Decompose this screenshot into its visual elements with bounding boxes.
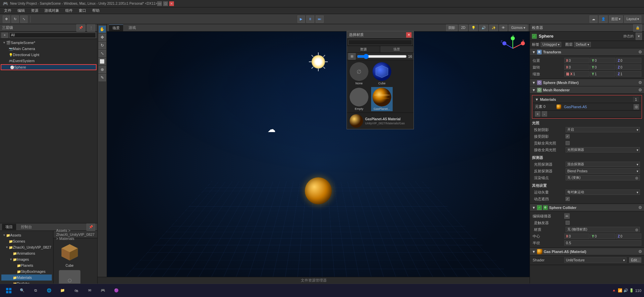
menu-gameobject[interactable]: 游戏对象 [42,7,62,14]
meshfilter-gear[interactable]: ⚙ [638,80,642,85]
taskbar-mail[interactable]: ✉ [83,285,96,297]
tool-hand[interactable]: ✋ [99,26,106,33]
tool-custom[interactable]: ✎ [99,74,106,81]
menu-window[interactable]: 窗口 [76,7,89,14]
center-x-field[interactable]: X0 [564,234,589,239]
tag-dropdown[interactable]: Untagged ▾ [541,42,561,47]
toolbar-scale[interactable]: ⤡ [20,15,28,23]
scene-light[interactable]: 💡 [469,25,478,31]
window-controls[interactable]: — □ ✕ [157,1,174,6]
reflection-probe-val[interactable]: Blend Probes ▾ [566,168,640,174]
pos-z-field[interactable]: Z0 [616,58,641,63]
maximize-button[interactable]: □ [163,1,168,6]
menu-file[interactable]: 文件 [1,7,14,14]
layout-dropdown[interactable]: Layout ▾ [624,15,641,23]
play-button[interactable]: ▶ [297,15,305,23]
tree-scenes[interactable]: 📁 Scenes [1,238,52,244]
static-dropdown[interactable]: ▾ [636,33,642,40]
tool-scale[interactable]: ⤡ [99,50,106,57]
taskbar-taskview[interactable]: ⧉ [30,285,42,297]
modal-sort[interactable]: ⊞ [348,53,356,60]
modal-item-empty[interactable]: Empty [348,87,370,111]
tab-game[interactable]: 游戏 [125,25,139,31]
layer-dropdown[interactable]: Default ▾ [574,42,591,47]
scale-z-field[interactable]: Z1 [616,71,641,77]
collider-edit-btn[interactable]: ✏ [564,213,570,219]
hierarchy-add[interactable]: + [1,33,8,38]
inspector-lock[interactable]: 🔒 [633,24,642,32]
anchor-val[interactable]: 无 (变换) ◎ [566,175,640,180]
dynamic-check[interactable]: ✓ [566,197,570,201]
menu-help[interactable]: 帮助 [90,7,102,14]
trigger-check[interactable] [566,221,570,225]
material-target-btn[interactable]: ◎ [634,104,639,110]
transform-gear[interactable]: ⚙ [638,50,642,54]
shader-val[interactable]: Unlit/Texture ▾ [564,257,627,263]
meshrenderer-header[interactable]: ▼ ⬡ Mesh Renderer ⚙ [530,86,644,94]
transform-header[interactable]: ▼ ⊞ Transform ⚙ [530,48,644,56]
minimize-button[interactable]: — [157,1,162,6]
rot-z-field[interactable]: Z0 [616,65,641,70]
scene-2d[interactable]: 2D [459,25,468,31]
tree-skybox[interactable]: 📁 SkyBoxImages [1,268,52,274]
pos-y-field[interactable]: Y0 [590,58,615,63]
radius-value[interactable]: 0.5 [564,240,641,246]
obj-active-checkbox[interactable]: ✓ [532,34,537,39]
modal-item-cube[interactable]: Cube [371,61,393,86]
cast-shadows-val[interactable]: 开启 ▾ [566,127,640,132]
receive-shadows-check[interactable]: ✓ [566,134,570,138]
gas-material-header[interactable]: ▼ Gas Planet-A5 (Material) ⚙ [530,248,644,255]
physics-mat-val[interactable]: 无 (物理材质) ◎ [566,227,640,232]
tab-project[interactable]: 项目 [2,224,16,230]
taskbar-start[interactable] [3,285,15,297]
modal-tab-assets[interactable]: 资源 [347,46,380,52]
scene-audio[interactable]: 🔊 [479,25,488,31]
taskbar-search[interactable]: 🔍 [16,285,28,297]
scene-hidden[interactable]: 👁 [499,25,507,31]
menu-component[interactable]: 组件 [63,7,75,14]
layers-dropdown[interactable]: 图层 ▾ [609,15,623,23]
taskbar-unity[interactable]: 🎮 [97,285,109,297]
taskbar-visual[interactable]: 🟣 [110,285,122,297]
tool-rect[interactable]: ⬜ [99,58,106,65]
rot-y-field[interactable]: Y0 [590,65,615,70]
mat-add-btn[interactable]: + [535,111,540,117]
hierarchy-pin[interactable]: 📌 [76,24,85,32]
toolbar-rotate[interactable]: ↻ [11,15,19,23]
scene-shading[interactable]: 阴影 [446,25,458,31]
meshfilter-header[interactable]: ▼ ⬡ Sphere (Mesh Filter) ⚙ [530,79,644,86]
modal-item-none[interactable]: ∅ None [348,61,370,86]
tree-materials[interactable]: 📁 Materials [1,274,52,281]
modal-tab-scene[interactable]: 场景 [380,46,414,52]
taskbar-explorer[interactable]: 📁 [57,285,69,297]
hierarchy-search[interactable] [9,33,96,38]
hier-dirlight[interactable]: 💡 Directional Light [0,52,97,58]
tree-animations[interactable]: 📁 Animations [1,250,52,256]
scale-x-field[interactable]: ⛓ X1 [564,71,589,77]
modal-search-input[interactable] [348,40,412,45]
receive-gi-val[interactable]: 光照探测器 ▾ [566,147,640,153]
tree-assets[interactable]: ▼ 📁 Assets [1,232,52,238]
modal-close-button[interactable]: ✕ [406,32,412,38]
contribute-gi-check[interactable] [566,141,570,145]
shader-edit-btn[interactable]: Edit... [629,257,641,263]
scale-y-field[interactable]: Y1 [590,71,615,77]
motion-val[interactable]: 每对象运动 ▾ [566,189,640,195]
tree-images[interactable]: ▼ 📁 Images [1,256,52,262]
menu-edit[interactable]: 编辑 [15,7,28,14]
taskbar-edge[interactable]: 🌐 [43,285,55,297]
tab-console[interactable]: 控制台 [17,224,35,230]
modal-size-slider[interactable] [357,54,407,58]
tree-zhaoxi[interactable]: ▼ 📁 ZhaoXi_UnityVIP_0827 [1,244,52,250]
mat-remove-btn[interactable]: - [542,111,547,117]
light-probe-val[interactable]: 混合探测器 ▾ [566,162,640,167]
scene-fx[interactable]: ✨ [489,25,498,31]
tool-rotate[interactable]: ↻ [99,42,106,49]
menu-assets[interactable]: 资源 [28,7,41,14]
collider-active-check[interactable]: ✓ [537,205,542,210]
sphere-collider-header[interactable]: ▼ ✓ ⊙ Sphere Collider ⚙ [530,204,644,211]
step-button[interactable]: ⏭ [316,15,324,23]
scene-viewport[interactable]: ☁ < Persp X Y [107,32,530,297]
tool-move[interactable]: ✥ [99,34,106,41]
meshrenderer-gear[interactable]: ⚙ [638,88,642,92]
